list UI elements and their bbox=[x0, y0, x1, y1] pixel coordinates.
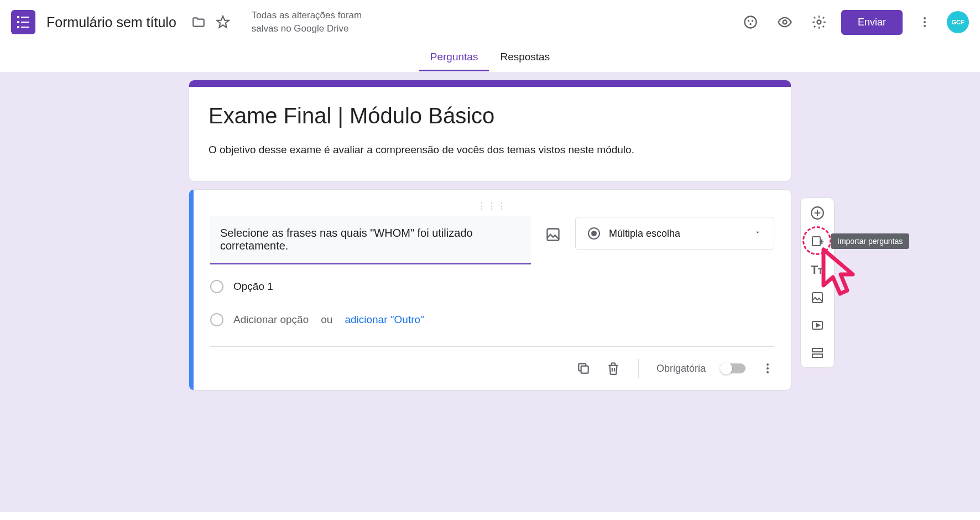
svg-rect-27 bbox=[812, 354, 822, 357]
required-toggle[interactable] bbox=[721, 363, 746, 373]
add-section-icon[interactable] bbox=[811, 346, 824, 360]
theme-icon[interactable] bbox=[738, 10, 763, 34]
svg-point-6 bbox=[744, 17, 756, 28]
add-image-icon[interactable] bbox=[811, 291, 824, 304]
floating-toolbar: Importar perguntas TT bbox=[800, 197, 835, 368]
settings-icon[interactable] bbox=[807, 10, 831, 34]
svg-rect-24 bbox=[812, 293, 822, 303]
duplicate-icon[interactable] bbox=[576, 361, 591, 376]
question-type-select[interactable]: Múltipla escolha bbox=[575, 217, 774, 250]
svg-rect-5 bbox=[21, 27, 29, 28]
svg-point-11 bbox=[817, 20, 821, 24]
header-actions: Enviar GCF bbox=[738, 10, 969, 35]
tabs: Perguntas Respostas bbox=[0, 44, 980, 72]
svg-rect-4 bbox=[17, 26, 19, 28]
forms-icon[interactable] bbox=[11, 10, 35, 34]
chevron-down-icon bbox=[754, 228, 762, 238]
svg-rect-3 bbox=[21, 22, 29, 23]
delete-icon[interactable] bbox=[606, 361, 621, 376]
tab-responses[interactable]: Respostas bbox=[489, 44, 561, 71]
form-description[interactable]: O objetivo desse exame é avaliar a compr… bbox=[208, 144, 772, 156]
svg-rect-16 bbox=[581, 366, 588, 373]
folder-icon[interactable] bbox=[186, 10, 211, 34]
avatar[interactable]: GCF bbox=[947, 11, 969, 33]
svg-rect-0 bbox=[17, 16, 19, 18]
svg-point-12 bbox=[924, 17, 926, 19]
tab-questions[interactable]: Perguntas bbox=[419, 44, 489, 71]
question-active-indicator bbox=[189, 190, 194, 390]
add-question-icon[interactable] bbox=[810, 206, 825, 220]
required-label: Obrigatória bbox=[656, 363, 706, 375]
svg-point-9 bbox=[749, 23, 752, 25]
drag-handle-icon[interactable]: ⋮⋮⋮ bbox=[210, 201, 774, 211]
star-icon[interactable] bbox=[211, 10, 235, 34]
svg-point-7 bbox=[748, 20, 750, 22]
more-icon[interactable] bbox=[913, 10, 937, 34]
title-card-accent bbox=[189, 80, 791, 87]
add-other-button[interactable]: adicionar "Outro" bbox=[345, 314, 424, 326]
question-card[interactable]: ⋮⋮⋮ Múltipla escolha bbox=[189, 189, 791, 391]
add-title-icon[interactable]: TT bbox=[810, 262, 825, 277]
question-input[interactable] bbox=[210, 216, 531, 264]
svg-point-10 bbox=[783, 20, 786, 24]
header: Formulário sem título Todas as alteraçõe… bbox=[0, 0, 980, 44]
question-more-icon[interactable] bbox=[761, 362, 774, 375]
svg-point-19 bbox=[767, 371, 769, 373]
question-footer: Obrigatória bbox=[210, 346, 774, 378]
import-questions-icon[interactable]: Importar perguntas bbox=[811, 235, 824, 248]
canvas: Exame Final | Módulo Básico O objetivo d… bbox=[0, 72, 980, 512]
svg-rect-15 bbox=[548, 229, 559, 241]
svg-rect-2 bbox=[17, 21, 19, 23]
content: Exame Final | Módulo Básico O objetivo d… bbox=[189, 80, 791, 391]
svg-point-13 bbox=[924, 21, 926, 23]
option-row[interactable]: Opção 1 bbox=[210, 280, 774, 293]
option-radio-icon bbox=[210, 280, 223, 293]
add-image-icon[interactable] bbox=[541, 222, 565, 247]
svg-point-17 bbox=[767, 363, 769, 366]
add-option-button[interactable]: Adicionar opção bbox=[233, 314, 309, 326]
svg-rect-26 bbox=[812, 349, 822, 352]
svg-text:T: T bbox=[811, 263, 818, 277]
svg-point-18 bbox=[767, 367, 769, 370]
preview-icon[interactable] bbox=[773, 10, 797, 34]
radio-indicator-icon bbox=[588, 227, 600, 240]
document-title[interactable]: Formulário sem título bbox=[46, 14, 176, 30]
add-video-icon[interactable] bbox=[811, 319, 824, 332]
svg-point-8 bbox=[752, 20, 754, 22]
option-radio-icon bbox=[210, 313, 223, 326]
question-type-label: Múltipla escolha bbox=[609, 228, 745, 240]
cursor-arrow-icon bbox=[821, 247, 859, 299]
footer-divider bbox=[638, 359, 639, 378]
svg-text:T: T bbox=[818, 267, 823, 275]
add-option-row: Adicionar opção ou adicionar "Outro" bbox=[210, 313, 774, 326]
title-card[interactable]: Exame Final | Módulo Básico O objetivo d… bbox=[189, 80, 791, 181]
save-status: Todas as alterações foram salvas no Goog… bbox=[252, 9, 384, 35]
svg-point-14 bbox=[924, 25, 926, 27]
option-label[interactable]: Opção 1 bbox=[233, 280, 273, 293]
form-title[interactable]: Exame Final | Módulo Básico bbox=[208, 103, 772, 128]
send-button[interactable]: Enviar bbox=[841, 10, 903, 35]
or-text: ou bbox=[321, 314, 332, 326]
svg-rect-1 bbox=[21, 17, 29, 18]
